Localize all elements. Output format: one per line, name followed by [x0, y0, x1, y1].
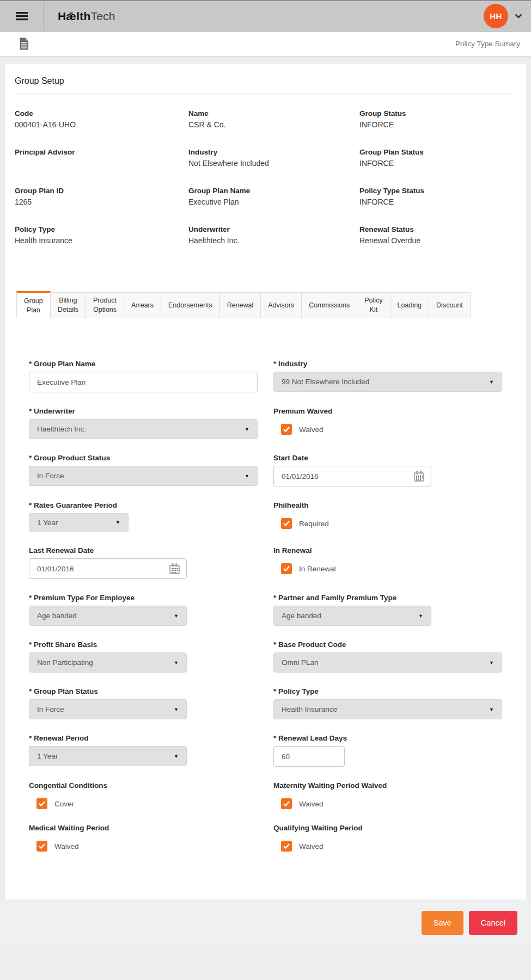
renewal-period-select[interactable]: 1 Year ▼ — [29, 746, 187, 766]
field-group-plan-name: * Group Plan Name — [29, 360, 258, 392]
policy-summary-document-icon[interactable] — [19, 37, 29, 51]
field-premium-type-employee: * Premium Type For Employee Age banded ▼ — [29, 594, 258, 626]
in-renewal-checkbox[interactable] — [281, 563, 292, 574]
field-philhealth: Philhealth Required — [273, 501, 502, 532]
summary-item-principal-advisor: Principal Advisor — [15, 148, 188, 168]
group-plan-status-select[interactable]: In Force ▼ — [29, 699, 187, 719]
field-group-product-status: * Group Product Status In Force ▼ — [29, 454, 258, 486]
philhealth-required-checkbox[interactable] — [281, 518, 292, 529]
page-toolbar: Policy Type Sumary — [0, 32, 531, 57]
field-medical-waiting-period: Medical Waiting Period Waived — [29, 824, 258, 852]
field-start-date: Start Date — [273, 454, 502, 486]
premium-waived-checkbox[interactable] — [281, 424, 292, 435]
tab-renewal[interactable]: Renewal — [220, 292, 261, 318]
field-qualifying-waiting-period: Qualifying Waiting Period Waived — [273, 824, 502, 852]
congential-conditions-checkbox[interactable] — [36, 798, 47, 809]
caret-down-icon: ▼ — [489, 707, 494, 712]
partner-family-premium-type-select[interactable]: Age banded ▼ — [273, 606, 431, 626]
page-title: Group Setup — [15, 76, 516, 86]
calendar-icon[interactable] — [168, 563, 181, 575]
policy-type-select[interactable]: Health Insurance ▼ — [273, 699, 502, 719]
calendar-icon[interactable] — [413, 470, 425, 483]
tab-commissions[interactable]: Commissions — [302, 292, 357, 318]
field-in-renewal: In Renewal In Renewal — [273, 546, 502, 579]
tab-advisors[interactable]: Advisors — [261, 292, 302, 318]
maternity-waiting-period-checkbox[interactable] — [281, 798, 292, 809]
avatar[interactable]: HH — [484, 4, 508, 28]
caret-down-icon: ▼ — [489, 660, 494, 665]
check-icon — [283, 800, 290, 807]
group-plan-form: * Group Plan Name * Industry 99 Not Else… — [5, 318, 526, 899]
last-renewal-date-input[interactable] — [37, 565, 168, 573]
medical-waiting-period-checkbox[interactable] — [36, 841, 47, 852]
field-profit-share-basis: * Profit Share Basis Non Participating ▼ — [29, 640, 258, 673]
field-policy-type: * Policy Type Health Insurance ▼ — [273, 687, 502, 719]
check-icon — [38, 843, 46, 849]
app-logo: HǣlthTech — [58, 10, 115, 23]
logo-light-part: Tech — [91, 10, 115, 22]
form-actions-footer: Save Cancel — [0, 899, 531, 945]
summary-item-group-status: Group Status INFORCE — [359, 109, 516, 130]
check-icon — [283, 520, 290, 527]
policy-type-summary-label: Policy Type Sumary — [455, 40, 520, 48]
field-premium-waived: Premium Waived Waived — [273, 407, 502, 439]
chevron-down-icon[interactable] — [515, 14, 522, 19]
group-setup-card: Group Setup Code 000401-A16-UHO Name CSR… — [5, 64, 526, 899]
tab-arrears[interactable]: Arrears — [124, 292, 161, 318]
tab-policy-kit[interactable]: Policy Kit — [357, 292, 390, 318]
start-date-field — [273, 466, 431, 486]
field-rates-guarantee-period: * Rates Guarantee Period 1 Year ▼ — [29, 501, 258, 532]
industry-select[interactable]: 99 Not Elsewhere Included ▼ — [273, 372, 502, 392]
summary-item-underwriter: Underwriter Haelthtech Inc. — [188, 225, 359, 245]
field-last-renewal-date: Last Renewal Date — [29, 546, 258, 579]
cancel-button[interactable]: Cancel — [469, 911, 517, 935]
rates-guarantee-period-select[interactable]: 1 Year ▼ — [29, 513, 129, 532]
field-group-plan-status: * Group Plan Status In Force ▼ — [29, 687, 258, 719]
caret-down-icon: ▼ — [489, 379, 494, 385]
summary-item-policy-type: Policy Type Health Insurance — [15, 225, 188, 245]
qualifying-waiting-period-checkbox[interactable] — [281, 841, 292, 852]
field-congential-conditions: Congential Conditions Cover — [29, 781, 258, 809]
base-product-code-select[interactable]: Omni PLan ▼ — [273, 652, 502, 673]
summary-item-policy-type-status: Policy Type Status INFORCE — [359, 187, 516, 207]
field-partner-family-premium-type: * Partner and Family Premium Type Age ba… — [273, 594, 502, 626]
check-icon — [283, 426, 290, 433]
renewal-lead-days-input[interactable] — [273, 746, 345, 767]
hamburger-icon — [15, 11, 28, 21]
tab-bar: Group Plan Billing Details Product Optio… — [16, 291, 526, 318]
check-icon — [283, 843, 290, 849]
field-maternity-waiting-period: Maternity Waiting Period Waived Waived — [273, 781, 502, 809]
tab-discount[interactable]: Discount — [429, 292, 471, 318]
premium-type-employee-select[interactable]: Age banded ▼ — [29, 606, 187, 626]
check-icon — [283, 565, 290, 572]
caret-down-icon: ▼ — [174, 660, 179, 665]
caret-down-icon: ▼ — [418, 613, 423, 619]
tab-product-options[interactable]: Product Options — [86, 292, 124, 318]
profit-share-basis-select[interactable]: Non Participating ▼ — [29, 652, 187, 673]
summary-item-group-plan-id: Group Plan ID 1265 — [15, 187, 188, 207]
caret-down-icon: ▼ — [245, 427, 249, 432]
group-plan-name-input[interactable] — [29, 372, 258, 392]
summary-item-industry: Industry Not Elsewhere Included — [188, 148, 359, 168]
summary-item-code: Code 000401-A16-UHO — [15, 109, 188, 130]
group-product-status-select[interactable]: In Force ▼ — [29, 466, 258, 486]
caret-down-icon: ▼ — [174, 754, 179, 759]
underwriter-select[interactable]: Haelthtech Inc. ▼ — [29, 419, 258, 439]
tab-loading[interactable]: Loading — [390, 292, 430, 318]
tab-billing-details[interactable]: Billing Details — [51, 292, 86, 318]
tab-endorsements[interactable]: Endorsements — [161, 292, 220, 318]
tab-group-plan[interactable]: Group Plan — [16, 291, 51, 318]
last-renewal-date-field — [29, 558, 187, 579]
start-date-input[interactable] — [282, 472, 413, 480]
menu-button[interactable] — [0, 1, 44, 31]
field-underwriter: * Underwriter Haelthtech Inc. ▼ — [29, 407, 258, 439]
field-renewal-period: * Renewal Period 1 Year ▼ — [29, 734, 258, 767]
check-icon — [38, 800, 46, 807]
field-renewal-lead-days: * Renewal Lead Days — [273, 734, 502, 767]
caret-down-icon: ▼ — [174, 707, 179, 712]
caret-down-icon: ▼ — [174, 613, 179, 619]
save-button[interactable]: Save — [422, 911, 463, 935]
summary-item-group-plan-status: Group Plan Status INFORCE — [359, 148, 516, 168]
caret-down-icon: ▼ — [245, 473, 249, 479]
app-header: HǣlthTech HH — [0, 0, 531, 32]
